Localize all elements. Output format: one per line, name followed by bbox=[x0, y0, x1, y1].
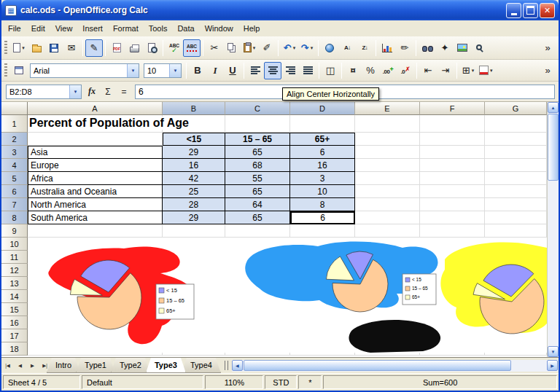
justified-button[interactable] bbox=[299, 62, 316, 79]
cell-D7[interactable]: 8 bbox=[290, 198, 355, 211]
toolbar-grip[interactable] bbox=[4, 41, 7, 55]
merge-cells-button[interactable]: ◫ bbox=[322, 62, 339, 79]
copy-button[interactable] bbox=[223, 39, 241, 57]
vertical-scrollbar[interactable]: ▲ ▼ bbox=[547, 102, 559, 357]
document-as-email-button[interactable]: ✉ bbox=[63, 39, 80, 57]
cell-G2[interactable] bbox=[485, 133, 547, 146]
cell-G1[interactable] bbox=[485, 115, 547, 133]
cell-C8[interactable]: 65 bbox=[225, 211, 290, 224]
cell-D3[interactable]: 6 bbox=[290, 146, 355, 159]
row-header-16[interactable]: 16 bbox=[1, 316, 28, 329]
font-name-combo[interactable]: Arial▼ bbox=[30, 63, 139, 78]
cell-B8[interactable]: 29 bbox=[163, 211, 225, 224]
column-header-A[interactable]: A bbox=[28, 102, 163, 115]
menu-view[interactable]: View bbox=[50, 22, 78, 35]
zoom-button[interactable] bbox=[471, 39, 489, 57]
cell-G8[interactable] bbox=[485, 211, 547, 224]
cell-F3[interactable] bbox=[420, 146, 485, 159]
align-right-button[interactable] bbox=[281, 62, 299, 79]
horizontal-scroll-track[interactable] bbox=[243, 360, 547, 372]
navigator-button[interactable]: ✦ bbox=[436, 39, 454, 57]
cell-A4[interactable]: Europe bbox=[28, 159, 163, 172]
cell-F9[interactable] bbox=[420, 224, 485, 238]
cell-B9[interactable] bbox=[163, 224, 225, 238]
cell-A9[interactable] bbox=[28, 224, 163, 238]
cell-C1[interactable] bbox=[225, 115, 290, 133]
cell-A2[interactable] bbox=[28, 133, 163, 146]
sum-indicator[interactable]: Sum=600 bbox=[323, 375, 557, 389]
column-header-F[interactable]: F bbox=[420, 102, 485, 115]
cell-B3[interactable]: 29 bbox=[163, 146, 225, 159]
increase-indent-button[interactable]: ⇥ bbox=[437, 62, 454, 79]
number-format-delete-decimal-button[interactable]: .0 bbox=[397, 62, 414, 79]
new-document-button[interactable]: ▾ bbox=[10, 39, 28, 57]
cell-B7[interactable]: 28 bbox=[163, 198, 225, 211]
row-header-4[interactable]: 4 bbox=[1, 159, 28, 172]
row-header-8[interactable]: 8 bbox=[1, 211, 28, 224]
function-wizard-button[interactable]: fx bbox=[84, 85, 100, 99]
scroll-right-button[interactable]: ▶ bbox=[547, 360, 558, 371]
zoom-indicator[interactable]: 110% bbox=[205, 375, 263, 389]
gallery-button[interactable] bbox=[454, 39, 471, 57]
cell-E5[interactable] bbox=[355, 172, 420, 185]
select-all-corner[interactable] bbox=[1, 102, 28, 115]
close-button[interactable]: ✕ bbox=[540, 3, 555, 18]
menu-file[interactable]: File bbox=[3, 22, 26, 35]
cell-E7[interactable] bbox=[355, 198, 420, 211]
cell-G5[interactable] bbox=[485, 172, 547, 185]
cell-F2[interactable] bbox=[420, 133, 485, 146]
cut-button[interactable]: ✂ bbox=[206, 39, 223, 57]
cell-E3[interactable] bbox=[355, 146, 420, 159]
cell-G3[interactable] bbox=[485, 146, 547, 159]
sheet-tab-type1[interactable]: Type1 bbox=[76, 358, 115, 373]
number-format-add-decimal-button[interactable]: .00 bbox=[379, 62, 397, 79]
sheet-tab-type4[interactable]: Type4 bbox=[182, 358, 221, 373]
vertical-scroll-thumb[interactable] bbox=[548, 114, 559, 181]
cell-A7[interactable]: North America bbox=[28, 198, 163, 211]
cell-D6[interactable]: 10 bbox=[290, 185, 355, 198]
cell-A1[interactable]: Percent of Population of Age bbox=[28, 115, 163, 133]
row-header-7[interactable]: 7 bbox=[1, 198, 28, 211]
print-button[interactable] bbox=[125, 39, 143, 57]
modified-indicator[interactable]: * bbox=[298, 375, 322, 389]
save-button[interactable] bbox=[45, 39, 63, 57]
hyperlink-button[interactable] bbox=[321, 39, 338, 57]
bold-button[interactable]: B bbox=[189, 62, 206, 79]
cell-D2[interactable]: 65+ bbox=[290, 133, 355, 146]
italic-button[interactable]: I bbox=[206, 62, 224, 79]
undo-button[interactable]: ↶▾ bbox=[281, 39, 298, 57]
cell-E6[interactable] bbox=[355, 185, 420, 198]
cell-B2[interactable]: <15 bbox=[163, 133, 225, 146]
menu-insert[interactable]: Insert bbox=[77, 22, 108, 35]
paste-button[interactable]: ▾ bbox=[241, 39, 258, 57]
column-header-C[interactable]: C bbox=[225, 102, 290, 115]
spellcheck-button[interactable]: ABC bbox=[166, 39, 183, 57]
toolbar-grip[interactable] bbox=[4, 63, 7, 78]
menu-window[interactable]: Window bbox=[200, 22, 238, 35]
horizontal-scrollbar[interactable]: ◀▶ bbox=[232, 360, 558, 372]
row-header-13[interactable]: 13 bbox=[1, 277, 28, 290]
row-header-3[interactable]: 3 bbox=[1, 146, 28, 159]
cell-A6[interactable]: Australia and Oceania bbox=[28, 185, 163, 198]
column-header-B[interactable]: B bbox=[163, 102, 225, 115]
menu-data[interactable]: Data bbox=[172, 22, 199, 35]
row-header-14[interactable]: 14 bbox=[1, 290, 28, 303]
cell-F7[interactable] bbox=[420, 198, 485, 211]
menu-format[interactable]: Format bbox=[108, 22, 144, 35]
export-pdf-button[interactable] bbox=[108, 39, 125, 57]
find-replace-button[interactable] bbox=[419, 39, 436, 57]
cell-F4[interactable] bbox=[420, 159, 485, 172]
cell-C3[interactable]: 65 bbox=[225, 146, 290, 159]
row-header-1[interactable]: 1 bbox=[1, 115, 28, 133]
font-size-combo[interactable]: 10▼ bbox=[144, 63, 182, 78]
cell-C9[interactable] bbox=[225, 224, 290, 238]
vertical-scroll-track[interactable] bbox=[548, 113, 559, 346]
function-button[interactable]: = bbox=[116, 85, 132, 99]
decrease-indent-button[interactable]: ⇤ bbox=[419, 62, 437, 79]
name-box[interactable]: B2:D8 ▼ bbox=[6, 85, 82, 99]
toolbar-options-button[interactable]: » bbox=[539, 62, 556, 79]
sum-button[interactable]: Σ bbox=[100, 85, 116, 99]
row-header-2[interactable]: 2 bbox=[1, 133, 28, 146]
cell-D5[interactable]: 3 bbox=[290, 172, 355, 185]
toolbar-options-button[interactable]: » bbox=[539, 39, 556, 57]
